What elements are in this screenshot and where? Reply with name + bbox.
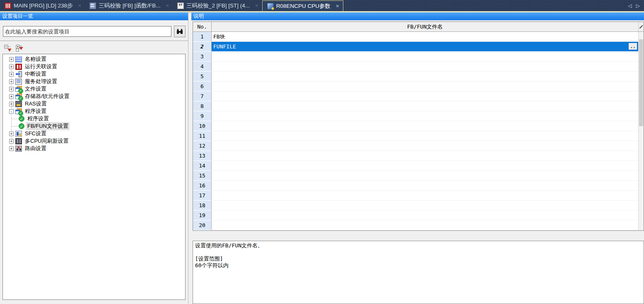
row-value-cell[interactable] — [212, 220, 638, 230]
row-value-cell[interactable] — [212, 121, 638, 131]
row-number-cell[interactable]: 3 — [193, 52, 212, 62]
description-title: 说明 — [191, 12, 644, 20]
expander-icon[interactable]: + — [9, 139, 14, 144]
expander-icon[interactable]: + — [9, 87, 14, 91]
row-number-cell[interactable]: 5 — [193, 72, 212, 81]
browse-button[interactable]: .. — [628, 42, 638, 50]
tree-item[interactable]: +多CPU间刷新设置 — [3, 137, 185, 145]
row-value-cell[interactable] — [212, 211, 638, 220]
table-corner-cell — [638, 22, 644, 32]
row-number-cell[interactable]: 15 — [193, 171, 212, 181]
row-number-cell[interactable]: 6 — [193, 81, 212, 91]
tab-close-icon[interactable]: × — [166, 2, 169, 9]
row-value-cell[interactable] — [212, 111, 638, 121]
expander-icon[interactable]: + — [9, 102, 14, 106]
tab-close-icon[interactable]: × — [336, 3, 339, 9]
tab-scroll-left-icon[interactable]: ◁ — [628, 3, 632, 9]
expand-tree-icon[interactable] — [15, 44, 24, 52]
row-value-cell[interactable] — [212, 181, 638, 191]
check-icon — [19, 116, 24, 122]
row-value-cell[interactable] — [212, 81, 638, 91]
tree-item-label: 中断设置 — [24, 70, 48, 78]
search-button[interactable] — [174, 26, 186, 37]
tree-item[interactable]: +SFC设置 — [3, 130, 185, 137]
tab-close-icon[interactable]: × — [255, 2, 258, 9]
tree-toolbar — [0, 41, 188, 54]
tree-item[interactable]: FB/FUN文件设置 — [3, 122, 185, 130]
expander-icon[interactable]: + — [9, 94, 14, 99]
table-row: 1FB块 — [193, 32, 638, 42]
row-number-cell[interactable]: 17 — [193, 191, 212, 201]
tree-item[interactable]: 程序设置 — [3, 115, 185, 122]
row-number-cell[interactable]: 12 — [193, 141, 212, 151]
row-number-cell[interactable]: 8 — [193, 101, 212, 111]
row-value-cell[interactable] — [212, 101, 638, 111]
tree-item[interactable]: +中断设置 — [3, 70, 185, 78]
description-panel: 设置使用的FB/FUN文件名。 [设置范围]60个字符以内 — [193, 241, 644, 304]
expander-icon[interactable]: + — [9, 65, 14, 69]
expander-icon[interactable]: + — [9, 72, 14, 77]
document-tab[interactable]: 三码校验_2 [FB] [ST] (4...× — [173, 0, 262, 11]
row-number-cell[interactable]: 11 — [193, 131, 212, 141]
row-value-cell[interactable] — [212, 62, 638, 72]
row-value-cell[interactable]: FUNFILE.. — [212, 42, 638, 52]
tree-item[interactable]: +运行关联设置 — [3, 63, 185, 70]
row-number-cell[interactable]: 1 — [193, 32, 212, 42]
column-header-filename: FB/FUN文件名 — [212, 22, 638, 32]
row-number-cell[interactable]: 9 — [193, 111, 212, 121]
tab-scroll-controls: ◁ ▷ — [628, 0, 644, 11]
st-program-icon — [177, 2, 184, 9]
interrupt-setting-icon — [15, 71, 22, 77]
tree-item[interactable]: +存储器/软元件设置 — [3, 93, 185, 100]
document-tab[interactable]: MAIN [PRG] [LD] 238步× — [0, 0, 85, 11]
row-number-cell[interactable]: 13 — [193, 151, 212, 161]
tree-item[interactable]: +名称设置 — [3, 55, 185, 63]
tab-label: MAIN [PRG] [LD] 238步 — [14, 2, 73, 10]
search-input[interactable] — [3, 26, 171, 37]
expander-icon[interactable]: + — [9, 132, 14, 136]
tree-item[interactable]: +RAS设置 — [3, 100, 185, 108]
row-value-cell[interactable] — [212, 201, 638, 211]
expander-icon[interactable]: - — [9, 109, 14, 114]
table-row: 4 — [193, 62, 638, 72]
row-value-cell[interactable] — [212, 52, 638, 62]
tree-item[interactable]: -程序设置 — [3, 108, 185, 115]
tree-item[interactable]: +路由设置 — [3, 145, 185, 152]
scrollbar-thumb[interactable] — [639, 39, 643, 126]
row-value-cell[interactable] — [212, 191, 638, 201]
row-value-cell[interactable] — [212, 151, 638, 161]
row-value-cell[interactable]: FB块 — [212, 32, 638, 42]
row-value-cell[interactable] — [212, 72, 638, 81]
document-tab[interactable]: 三码校验 [FB] [函数/FB...× — [85, 0, 173, 11]
row-value-cell[interactable] — [212, 161, 638, 171]
row-value-cell[interactable] — [212, 171, 638, 181]
expander-icon[interactable]: + — [9, 146, 14, 151]
row-value-cell[interactable] — [212, 141, 638, 151]
tab-close-icon[interactable]: × — [78, 2, 82, 9]
row-number-cell[interactable]: 4 — [193, 62, 212, 72]
tree-item[interactable]: +文件设置 — [3, 85, 185, 93]
run-relation-icon — [15, 64, 22, 70]
expander-icon[interactable]: + — [9, 57, 14, 62]
row-number-cell[interactable]: 2 — [193, 42, 212, 52]
collapse-tree-icon[interactable] — [4, 44, 12, 52]
row-number-cell[interactable]: 20 — [193, 220, 212, 230]
tab-scroll-right-icon[interactable]: ▷ — [636, 3, 640, 9]
row-number-cell[interactable]: 16 — [193, 181, 212, 191]
row-number-cell[interactable]: 19 — [193, 211, 212, 220]
row-number-cell[interactable]: 7 — [193, 91, 212, 101]
tree-item[interactable]: +服务处理设置 — [3, 78, 185, 85]
table-row: 16 — [193, 181, 638, 191]
row-value-cell[interactable] — [212, 131, 638, 141]
table-vertical-scrollbar[interactable] — [638, 32, 644, 230]
row-number-cell[interactable]: 18 — [193, 201, 212, 211]
row-number-cell[interactable]: 10 — [193, 121, 212, 131]
table-row: 10 — [193, 121, 638, 131]
tree-item-label: RAS设置 — [24, 100, 48, 108]
row-number-cell[interactable]: 14 — [193, 161, 212, 171]
row-value-cell[interactable] — [212, 91, 638, 101]
setting-item-panel: 设置项目 No. FB/FUN文件名 1FB块2FUNFILE..3456789… — [191, 12, 644, 304]
document-tab[interactable]: R08ENCPU CPU参数× — [262, 0, 343, 11]
expander-icon[interactable]: + — [9, 79, 14, 84]
check-badge-icon — [18, 96, 23, 101]
